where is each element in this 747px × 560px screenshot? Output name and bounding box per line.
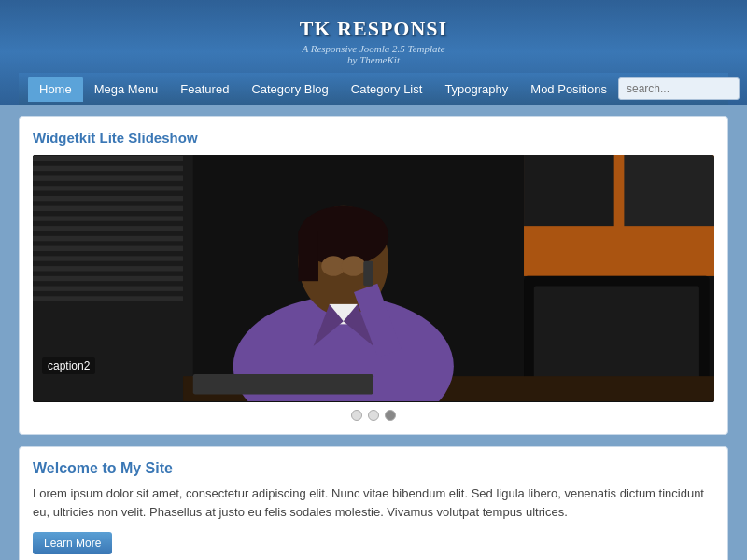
navbar: HomeMega MenuFeaturedCategory BlogCatego… [19,73,728,105]
svg-rect-10 [33,226,183,231]
svg-rect-5 [33,175,183,180]
svg-rect-14 [33,266,183,271]
slideshow-title: Widgetkit Lite Slideshow [33,130,714,146]
svg-rect-13 [33,256,183,260]
svg-rect-21 [624,155,714,226]
svg-rect-3 [33,156,183,161]
svg-rect-33 [363,261,374,287]
nav-item-mega-menu[interactable]: Mega Menu [83,77,170,102]
svg-rect-8 [33,206,183,211]
slideshow-dot-1[interactable] [368,410,379,421]
slideshow-image [33,155,714,402]
slideshow-container: caption2 [33,155,714,402]
main-wrapper: Widgetkit Lite Slideshow [0,105,747,560]
site-title-area: TK RESPONSI A Responsive Joomla 2.5 Temp… [19,9,728,73]
svg-rect-17 [33,296,183,301]
slideshow-dot-2[interactable] [385,410,396,421]
svg-rect-29 [298,231,317,282]
svg-rect-6 [33,186,183,190]
nav-item-category-blog[interactable]: Category Blog [240,77,339,102]
learn-more-button[interactable]: Learn More [33,532,112,554]
welcome-card: Welcome to My Site Lorem ipsum dolor sit… [19,446,728,560]
svg-point-31 [342,256,366,275]
nav-items: HomeMega MenuFeaturedCategory BlogCatego… [28,77,618,102]
slide-caption: caption2 [42,357,95,374]
svg-rect-11 [33,236,183,241]
site-tagline: A Responsive Joomla 2.5 Template by Them… [19,43,728,65]
nav-item-category-list[interactable]: Category List [340,77,434,102]
nav-item-typography[interactable]: Typography [433,77,519,102]
svg-rect-15 [33,276,183,281]
welcome-text: Lorem ipsum dolor sit amet, consectetur … [33,484,714,521]
svg-rect-16 [33,287,183,291]
nav-item-featured[interactable]: Featured [169,77,240,102]
site-title: TK RESPONSI [19,17,728,41]
nav-item-home[interactable]: Home [28,77,83,102]
nav-item-mod-positions[interactable]: Mod Positions [519,77,618,102]
search-box [618,77,740,100]
svg-rect-4 [33,166,183,171]
slideshow-dots [33,410,714,421]
svg-rect-7 [33,196,183,201]
svg-rect-12 [33,246,183,251]
svg-rect-37 [193,374,374,394]
welcome-title: Welcome to My Site [33,460,714,477]
svg-rect-20 [524,155,614,226]
search-input[interactable] [618,77,740,100]
slideshow-card: Widgetkit Lite Slideshow [19,116,728,435]
slideshow-dot-0[interactable] [351,410,362,421]
svg-rect-9 [33,216,183,220]
site-header: TK RESPONSI A Responsive Joomla 2.5 Temp… [0,0,747,105]
svg-rect-38 [33,401,714,402]
